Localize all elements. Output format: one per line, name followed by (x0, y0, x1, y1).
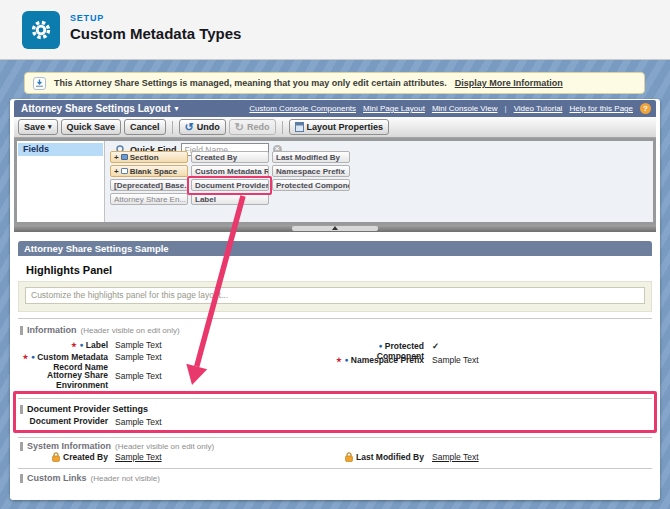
field-dot-icon: ● (345, 356, 349, 363)
highlights-panel-placeholder: Customize the highlights panel for this … (25, 287, 645, 304)
field-value-link[interactable]: Sample Text (115, 452, 162, 462)
field-value: Sample Text (115, 340, 162, 350)
required-icon: ★ (336, 356, 342, 363)
palette-item-label[interactable]: Label (191, 193, 269, 205)
gear-icon (29, 18, 53, 42)
custom-links-section-header: Custom Links (Header not visible) (20, 473, 160, 483)
custom-console-components-link[interactable]: Custom Console Components (249, 104, 356, 113)
plus-icon: + (114, 167, 119, 176)
field-palette: Fields Quick Find × + Section Created By… (14, 138, 656, 225)
section-bar-icon (20, 326, 23, 335)
palette-item-namespace-prefix[interactable]: Namespace Prefix (272, 165, 350, 177)
field-dot-icon: ● (31, 353, 35, 360)
field-value: Sample Text (432, 355, 479, 365)
highlights-panel-title: Highlights Panel (26, 264, 112, 276)
app-header: SETUP Custom Metadata Types (0, 0, 670, 60)
save-button[interactable]: Save ▾ (18, 119, 58, 135)
palette-item-document-provider[interactable]: Document Provider (191, 179, 269, 191)
setup-gear-tile (22, 11, 60, 49)
video-tutorial-link[interactable]: Video Tutorial (514, 104, 563, 113)
lock-icon (345, 452, 353, 462)
palette-item-blank-space[interactable]: + Blank Space (110, 165, 188, 177)
toolbar-divider (172, 121, 173, 134)
layout-properties-button[interactable]: Layout Properties (289, 119, 390, 135)
setup-page: SETUP Custom Metadata Types This Attorne… (0, 0, 670, 509)
cancel-button[interactable]: Cancel (124, 119, 166, 135)
field-dot-icon: ● (379, 342, 383, 349)
help-icon[interactable]: ? (640, 103, 651, 114)
setup-eyebrow: SETUP (70, 13, 104, 23)
page-title: Custom Metadata Types (70, 25, 241, 42)
section-bar-icon (20, 405, 23, 414)
layout-title-dropdown[interactable]: Attorney Share Settings Layout (14, 103, 170, 114)
required-icon: ★ (22, 353, 28, 360)
palette-splitter (14, 225, 656, 232)
redo-button[interactable]: ↻ Redo (229, 119, 276, 135)
palette-item-section[interactable]: + Section (110, 151, 188, 163)
field-value-link[interactable]: Sample Text (432, 452, 479, 462)
palette-item-custom-metadata-record-name[interactable]: Custom Metadata R... (191, 165, 269, 177)
help-for-this-page-link[interactable]: Help for this Page (569, 104, 633, 113)
palette-item-created-by[interactable]: Created By (191, 151, 269, 163)
links-separator: | (505, 104, 507, 113)
section-bar-icon (20, 474, 23, 483)
palette-category-fields[interactable]: Fields (18, 143, 103, 156)
package-icon (33, 77, 46, 90)
palette-item-deprecated-base[interactable]: [Deprecated] Base... (110, 179, 188, 191)
banner-more-info-link[interactable]: Display More Information (455, 78, 563, 88)
palette-item-protected-component[interactable]: Protected Component (272, 179, 350, 191)
system-information-section-header: System Information (Header visible on ed… (20, 441, 214, 451)
information-section-header: Information (Header visible on edit only… (20, 325, 180, 335)
quick-save-button[interactable]: Quick Save (61, 119, 122, 135)
section-divider (18, 468, 652, 469)
blank-space-icon (121, 168, 128, 174)
layout-title-bar: Attorney Share Settings Layout ▾ Custom … (14, 100, 656, 117)
mini-page-layout-link[interactable]: Mini Page Layout (363, 104, 425, 113)
toolbar-divider (282, 121, 283, 134)
lock-icon (52, 452, 60, 462)
checkbox-checked-icon: ✓ (432, 341, 439, 351)
save-dropdown-caret-icon[interactable]: ▾ (48, 123, 52, 131)
required-icon: ★ (71, 341, 77, 348)
field-value: Sample Text (115, 417, 162, 427)
section-divider (18, 437, 652, 438)
splitter-collapse-handle[interactable] (292, 226, 378, 231)
collapse-arrow-icon (332, 226, 338, 230)
redo-icon: ↻ (235, 123, 244, 132)
highlights-panel[interactable]: Customize the highlights panel for this … (18, 281, 652, 312)
palette-field-grid: + Section Created By Last Modified By + … (110, 151, 350, 205)
sample-section-bar: Attorney Share Settings Sample (18, 241, 652, 256)
field-value: Sample Text (115, 352, 162, 362)
field-dot-icon: ● (80, 341, 84, 348)
palette-item-last-modified-by[interactable]: Last Modified By (272, 151, 350, 163)
chevron-down-icon[interactable]: ▾ (174, 104, 178, 113)
undo-button[interactable]: ↺ Undo (179, 119, 226, 135)
plus-icon: + (114, 153, 119, 162)
document-provider-section-header: Document Provider Settings (20, 404, 148, 414)
field-value: Sample Text (115, 371, 162, 381)
undo-icon: ↺ (185, 123, 194, 132)
banner-text: This Attorney Share Settings is managed,… (54, 78, 447, 88)
layout-bar-links: Custom Console Components Mini Page Layo… (249, 103, 656, 114)
palette-sidebar: Fields (17, 141, 105, 222)
section-divider (18, 318, 652, 319)
section-icon (121, 154, 128, 160)
palette-item-attorney-share-environment[interactable]: Attorney Share En... (110, 193, 188, 205)
layout-properties-icon (295, 122, 304, 132)
managed-package-banner: This Attorney Share Settings is managed,… (24, 72, 645, 94)
editor-toolbar: Save ▾ Quick Save Cancel ↺ Undo ↻ Redo L… (14, 117, 656, 138)
section-bar-icon (20, 442, 23, 451)
section-divider (18, 398, 652, 399)
mini-console-view-link[interactable]: Mini Console View (432, 104, 498, 113)
